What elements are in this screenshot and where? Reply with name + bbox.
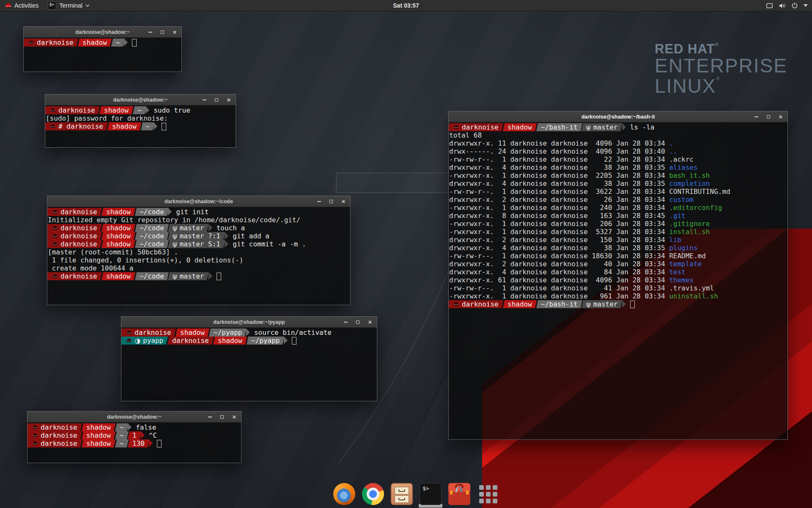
minimize-button[interactable] xyxy=(316,199,322,204)
prompt-line: darknoiseshadow~/bash-itψ master xyxy=(449,300,787,308)
toolbox-icon[interactable] xyxy=(448,483,470,505)
terminal-app-icon: $> xyxy=(48,1,56,10)
close-button[interactable]: × xyxy=(226,97,232,103)
git-branch-icon: ψ xyxy=(586,300,593,308)
terminal-content[interactable]: darknoiseshadow~sudo true[sudo] password… xyxy=(45,105,236,147)
app-grid-icon[interactable] xyxy=(477,483,499,505)
ls-row: drwxrwxr-x. 2 darknoise darknoise 150 Ja… xyxy=(449,236,787,244)
terminal-content[interactable]: darknoiseshadow~/pyappsource bin/activat… xyxy=(121,328,377,401)
prompt-segment-user: darknoise xyxy=(27,431,82,439)
prompt-segment-user: darknoise xyxy=(449,123,503,131)
titlebar[interactable]: darknoise@shadow:~/bash-it × xyxy=(449,111,787,122)
prompt-line: darknoiseshadow~/codeψ master ?:1git add… xyxy=(48,232,350,240)
prompt-segment-path: ~ xyxy=(115,439,128,447)
close-button[interactable]: × xyxy=(367,319,373,325)
prompt-segment-path: ~/code xyxy=(134,208,168,216)
close-button[interactable]: × xyxy=(340,199,346,204)
redhat-icon xyxy=(454,125,459,130)
prompt-segment-path: ~/bash-it xyxy=(536,300,582,308)
screwdriver-icon xyxy=(459,486,463,493)
app-menu-label: Terminal xyxy=(59,2,82,9)
maximize-button[interactable] xyxy=(159,29,165,35)
maximize-button[interactable] xyxy=(214,97,219,103)
rhel-logo-line3: LINUX® xyxy=(655,76,787,97)
titlebar[interactable]: darknoise@shadow:~ × xyxy=(24,27,181,38)
titlebar[interactable]: darknoise@shadow:~ × xyxy=(27,411,241,422)
terminal-content[interactable]: darknoiseshadow~ xyxy=(24,38,181,72)
prompt-line: darknoiseshadow~ xyxy=(24,39,181,47)
powerline-arrow-icon xyxy=(225,240,228,248)
redhat-icon xyxy=(52,242,58,246)
terminal-output-line: 1 file changed, 0 insertions(+), 0 delet… xyxy=(48,256,350,264)
command-text: ls -la xyxy=(630,123,655,131)
ls-row-name: custom xyxy=(669,196,694,204)
titlebar[interactable]: darknoise@shadow:~/code × xyxy=(47,196,350,207)
terminal-cursor xyxy=(292,337,296,345)
minimize-button[interactable] xyxy=(147,29,153,35)
ls-row-name: .travis.yml xyxy=(669,284,714,292)
ls-row: -rwxrwxr-x. 1 darknoise darknoise 206 Ja… xyxy=(449,220,787,228)
terminal-cursor xyxy=(132,39,137,47)
volume-icon[interactable] xyxy=(779,3,786,9)
ls-row-meta: drwxrwxr-x. 2 darknoise darknoise 150 Ja… xyxy=(449,236,669,244)
terminal-content[interactable]: darknoiseshadow~/codegit initInitialized… xyxy=(47,207,350,305)
close-button[interactable]: × xyxy=(231,414,237,420)
terminal-launcher-icon[interactable]: $> xyxy=(420,483,442,505)
prompt-segment-host: shadow xyxy=(82,431,115,439)
ls-row: -rw-rw-r--. 1 darknoise darknoise 3622 J… xyxy=(449,188,787,196)
ls-row: drwxrwxr-x. 4 darknoise darknoise 38 Jan… xyxy=(449,244,787,252)
prompt-line: darknoiseshadow~/codeψ master S:1git com… xyxy=(48,240,350,248)
maximize-button[interactable] xyxy=(355,319,361,325)
chrome-icon[interactable] xyxy=(362,483,384,505)
prompt-segment-user: darknoise xyxy=(167,337,214,345)
prompt-segment-git: ψ master ?:1 xyxy=(168,232,225,240)
ls-row-meta: drwxrwxr-x. 2 darknoise darknoise 40 Jan… xyxy=(449,260,669,268)
display-icon[interactable] xyxy=(766,3,773,9)
ls-row: drwxrwxr-x. 4 darknoise darknoise 84 Jan… xyxy=(449,268,787,276)
rhel-logo: RED HAT® ENTERPRISE LINUX® xyxy=(655,42,787,97)
app-menu-terminal[interactable]: $> Terminal xyxy=(44,0,94,11)
maximize-button[interactable] xyxy=(328,199,334,204)
powerline-arrow-icon xyxy=(149,439,153,447)
ls-row-name: CONTRIBUTING.md xyxy=(669,188,730,196)
maximize-button[interactable] xyxy=(219,414,225,420)
minimize-button[interactable] xyxy=(343,319,348,325)
prompt-segment-host: shadow xyxy=(102,232,135,240)
prompt-segment-host: shadow xyxy=(213,337,247,345)
redhat-icon xyxy=(52,234,58,238)
ls-row-name: .gitignore xyxy=(669,220,710,228)
terminal-window-home-1: darknoise@shadow:~ × darknoiseshadow~ xyxy=(23,26,182,72)
python-venv-icon: ◑ xyxy=(134,337,143,345)
ls-row-name: plugins xyxy=(669,244,697,252)
titlebar[interactable]: darknoise@shadow:~ × xyxy=(45,94,236,105)
ls-row: -rwxrwxr-x. 1 darknoise darknoise 961 Ja… xyxy=(449,292,787,300)
firefox-icon[interactable] xyxy=(333,483,355,505)
terminal-content[interactable]: darknoiseshadow~/bash-itψ masterls -lato… xyxy=(449,122,787,439)
git-branch-icon: ψ xyxy=(173,240,179,248)
ls-row-name: aliases xyxy=(669,163,697,171)
close-button[interactable]: × xyxy=(778,114,784,120)
chevron-down-icon[interactable] xyxy=(804,4,808,7)
titlebar[interactable]: darknoise@shadow:~/pyapp × xyxy=(121,317,377,328)
activities-button[interactable]: Activities xyxy=(0,0,44,11)
ls-row-name: install.sh xyxy=(669,228,710,236)
prompt-segment-path: ~/pyapp xyxy=(208,329,246,337)
terminal-output-line: create mode 100644 a xyxy=(48,264,350,272)
minimize-button[interactable] xyxy=(201,97,207,103)
clock[interactable]: Sat 03:57 xyxy=(393,2,419,9)
prompt-line: darknoiseshadow~/pyappsource bin/activat… xyxy=(122,329,377,337)
minimize-button[interactable] xyxy=(753,114,759,120)
file-manager-icon[interactable] xyxy=(391,483,413,505)
powerline-arrow-icon xyxy=(145,106,149,114)
maximize-button[interactable] xyxy=(765,114,771,120)
ls-row-meta: drwxrwxr-x. 4 darknoise darknoise 38 Jan… xyxy=(449,163,669,171)
terminal-content[interactable]: darknoiseshadow~falsedarknoiseshadow~1^C… xyxy=(27,422,241,463)
redhat-icon xyxy=(33,425,38,430)
prompt-line: darknoiseshadow~/codeψ master xyxy=(48,272,350,280)
minimize-button[interactable] xyxy=(207,414,213,420)
powerline-arrow-icon xyxy=(124,39,128,46)
prompt-segment-user: darknoise xyxy=(45,106,100,114)
power-icon[interactable] xyxy=(791,2,798,9)
close-button[interactable]: × xyxy=(172,29,178,35)
powerline-arrow-icon xyxy=(154,122,157,130)
